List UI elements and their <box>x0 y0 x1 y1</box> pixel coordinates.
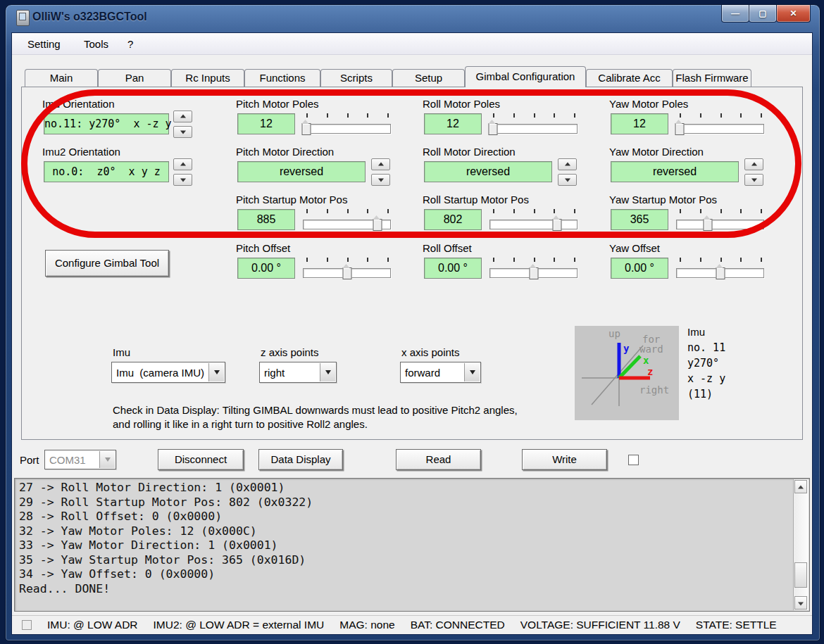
chevron-down-icon[interactable] <box>320 363 335 381</box>
pitch-motor-direction-value[interactable]: reversed <box>237 161 366 182</box>
pitch-motor-direction-spinner[interactable] <box>371 158 390 189</box>
imu-orientation-label: Imu Orientation <box>42 98 115 110</box>
pitch-motor-poles-label: Pitch Motor Poles <box>236 98 319 110</box>
configure-gimbal-tool-button[interactable]: Configure Gimbal Tool <box>45 250 169 277</box>
roll-motor-direction-label: Roll Motor Direction <box>423 146 516 158</box>
slider-thumb[interactable] <box>373 219 382 231</box>
write-option-checkbox[interactable] <box>628 455 639 465</box>
tab-rc-inputs[interactable]: Rc Inputs <box>171 69 244 87</box>
spin-down-icon[interactable] <box>173 126 192 138</box>
slider-thumb[interactable] <box>302 123 311 135</box>
minimize-button[interactable]: — <box>721 5 749 23</box>
yaw-offset-value[interactable]: 0.00 ° <box>611 258 668 279</box>
yaw-motor-poles-value[interactable]: 12 <box>611 113 668 134</box>
tab-flash-firmware[interactable]: Flash Firmware <box>673 69 751 87</box>
roll-motor-poles-value[interactable]: 12 <box>424 113 482 134</box>
imu2-orientation-spinner[interactable] <box>173 158 192 189</box>
roll-startup-motor-pos-slider[interactable] <box>489 208 578 232</box>
z-axis-points-combo[interactable]: right <box>259 362 337 383</box>
spin-up-icon[interactable] <box>173 111 192 122</box>
tab-pan[interactable]: Pan <box>98 69 171 87</box>
slider-track[interactable] <box>489 220 578 229</box>
slider-track[interactable] <box>676 220 764 229</box>
roll-motor-poles-slider[interactable] <box>489 112 578 136</box>
pitch-motor-poles-value[interactable]: 12 <box>237 113 295 134</box>
chevron-down-icon[interactable] <box>208 363 224 381</box>
spin-down-icon[interactable] <box>371 174 390 186</box>
slider-thumb[interactable] <box>553 219 562 231</box>
imu-select-combo[interactable]: Imu (camera IMU) <box>111 362 225 383</box>
roll-offset-slider[interactable] <box>489 256 578 280</box>
yaw-offset-slider[interactable] <box>676 256 764 280</box>
maximize-button[interactable]: ▢ <box>749 5 777 23</box>
data-display-button[interactable]: Data Display <box>258 449 343 470</box>
imu-info-id: (11) <box>687 386 725 402</box>
status-voltage: VOLTAGE: SUFFICIENT 11.88 V <box>520 619 680 631</box>
imu2-orientation-value[interactable]: no.0: z0° x y z <box>44 161 169 182</box>
port-value: COM31 <box>49 454 86 466</box>
menu-help[interactable]: ? <box>123 37 137 51</box>
imu2-orientation-label: Imu2 Orientation <box>42 146 120 158</box>
pitch-offset-slider[interactable] <box>303 256 391 280</box>
slider-thumb[interactable] <box>529 267 538 279</box>
slider-thumb[interactable] <box>489 123 498 135</box>
imu-orientation-spinner[interactable] <box>173 111 192 141</box>
spin-up-icon[interactable] <box>558 158 577 170</box>
slider-track[interactable] <box>303 124 391 134</box>
yaw-startup-motor-pos-value[interactable]: 365 <box>611 209 668 230</box>
roll-offset-value[interactable]: 0.00 ° <box>424 258 482 279</box>
menu-tools[interactable]: Tools <box>80 37 113 51</box>
spin-up-icon[interactable] <box>371 158 390 170</box>
imu-info-block: Imu no. 11 y270° x -z y (11) <box>687 324 725 402</box>
spin-up-icon[interactable] <box>744 158 763 170</box>
status-checkbox[interactable] <box>22 620 32 630</box>
yaw-motor-direction-spinner[interactable] <box>744 158 763 189</box>
tab-gimbal-configuration[interactable]: Gimbal Configuration <box>465 66 586 87</box>
roll-motor-direction-spinner[interactable] <box>558 158 577 189</box>
pitch-startup-motor-pos-slider[interactable] <box>303 208 391 232</box>
yaw-motor-poles-slider[interactable] <box>676 112 764 136</box>
console-scrollbar[interactable] <box>793 479 809 610</box>
yaw-motor-direction-value[interactable]: reversed <box>611 161 739 182</box>
yaw-startup-motor-pos-label: Yaw Startup Motor Pos <box>609 194 717 206</box>
chevron-down-icon[interactable] <box>464 363 480 381</box>
slider-track[interactable] <box>676 124 764 134</box>
spin-down-icon[interactable] <box>173 174 192 186</box>
pitch-motor-poles-slider[interactable] <box>303 112 391 136</box>
slider-thumb[interactable] <box>342 267 351 279</box>
x-label: x <box>643 355 649 366</box>
tab-setup[interactable]: Setup <box>392 69 465 87</box>
read-button[interactable]: Read <box>396 449 481 470</box>
spin-up-icon[interactable] <box>173 158 192 170</box>
menu-setting[interactable]: Setting <box>23 37 65 51</box>
scrollbar-thumb[interactable] <box>794 562 807 588</box>
slider-track[interactable] <box>489 124 578 134</box>
imu-orientation-value[interactable]: no.11: y270° x -z y <box>44 113 169 134</box>
tab-functions[interactable]: Functions <box>244 69 320 87</box>
tab-main[interactable]: Main <box>25 69 98 87</box>
slider-thumb[interactable] <box>675 123 685 135</box>
x-axis-points-combo[interactable]: forward <box>400 362 481 383</box>
console-log[interactable]: 27 -> Roll Motor Direction: 1 (0x0001) 2… <box>14 478 810 612</box>
tab-calibrate-acc[interactable]: Calibrate Acc <box>586 69 673 87</box>
menu-bar: Setting Tools ? <box>12 33 812 55</box>
scroll-up-icon[interactable] <box>794 480 807 493</box>
scroll-down-icon[interactable] <box>794 596 807 610</box>
yaw-startup-motor-pos-slider[interactable] <box>676 208 764 232</box>
roll-motor-direction-value[interactable]: reversed <box>424 161 552 182</box>
pitch-startup-motor-pos-value[interactable]: 885 <box>237 209 295 230</box>
spin-down-icon[interactable] <box>558 174 577 186</box>
tab-scripts[interactable]: Scripts <box>320 69 392 87</box>
spin-down-icon[interactable] <box>744 174 763 186</box>
close-button[interactable]: ✕ <box>776 5 811 23</box>
disconnect-button[interactable]: Disconnect <box>158 449 244 470</box>
console-text: 27 -> Roll Motor Direction: 1 (0x0001) 2… <box>15 479 809 598</box>
slider-thumb[interactable] <box>704 219 713 231</box>
status-bar: IMU: @ LOW ADR IMU2: @ LOW ADR = externa… <box>12 615 812 634</box>
write-button[interactable]: Write <box>522 449 607 470</box>
z-axis-points-value: right <box>264 367 285 379</box>
slider-thumb[interactable] <box>716 267 725 279</box>
roll-startup-motor-pos-value[interactable]: 802 <box>424 209 482 230</box>
pitch-offset-value[interactable]: 0.00 ° <box>237 258 295 279</box>
port-combo[interactable]: COM31 <box>44 450 116 469</box>
